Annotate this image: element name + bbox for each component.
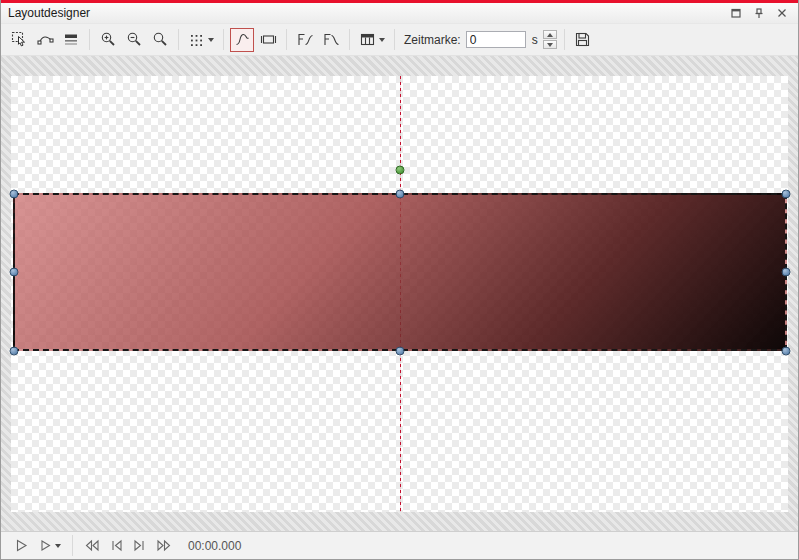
close-icon [777, 8, 787, 18]
transport-separator [72, 535, 73, 556]
layoutdesigner-panel: Layoutdesigner [0, 0, 799, 560]
zoom-in-button[interactable] [96, 28, 120, 52]
next-keyframe-icon [156, 539, 172, 552]
play-icon [14, 538, 29, 553]
layers-button[interactable] [59, 28, 83, 52]
pin-icon [754, 8, 764, 19]
toolbar: Zeitmarke: s [1, 23, 798, 56]
zoom-reset-icon [152, 31, 169, 48]
toolbar-separator [223, 29, 224, 50]
grid-icon [188, 31, 205, 48]
selection-tool-icon [11, 31, 28, 48]
toolbar-separator [349, 29, 350, 50]
grid-menu-button[interactable] [185, 28, 217, 52]
resize-handle-s[interactable] [396, 347, 405, 356]
edit-points-button[interactable] [33, 28, 57, 52]
pin-button[interactable] [750, 5, 768, 21]
zeitmarke-stepper [543, 30, 557, 49]
save-button[interactable] [571, 28, 595, 52]
transport-bar: 00:00.000 [1, 531, 798, 559]
zoom-out-button[interactable] [122, 28, 146, 52]
next-keyframe-button[interactable] [152, 535, 176, 557]
resize-handle-nw[interactable] [10, 190, 19, 199]
toolbar-separator [564, 29, 565, 50]
window-controls [727, 5, 791, 21]
save-icon [574, 31, 591, 48]
chevron-down-icon [379, 38, 385, 42]
layers-icon [63, 31, 80, 48]
motion-path-icon [234, 31, 251, 48]
zeitmarke-label: Zeitmarke: [404, 33, 461, 47]
view-options-icon [359, 31, 376, 48]
camera-frame-icon [260, 31, 277, 48]
toolbar-separator [89, 29, 90, 50]
motion-path-button[interactable] [230, 28, 254, 52]
camera-frame-button[interactable] [256, 28, 280, 52]
resize-handle-se[interactable] [782, 347, 791, 356]
resize-handle-ne[interactable] [782, 190, 791, 199]
titlebar[interactable]: Layoutdesigner [1, 3, 798, 23]
maximize-icon [731, 8, 741, 18]
last-frame-button[interactable] [129, 535, 150, 557]
chevron-down-icon [55, 544, 61, 548]
resize-handle-w[interactable] [10, 268, 19, 277]
last-frame-icon [133, 539, 146, 552]
fade-in-curve-button[interactable] [293, 28, 317, 52]
play-menu-icon [39, 539, 52, 552]
fade-out-curve-button[interactable] [319, 28, 343, 52]
maximize-button[interactable] [727, 5, 745, 21]
fade-out-curve-icon [322, 31, 340, 48]
toolbar-separator [178, 29, 179, 50]
rotation-handle[interactable] [396, 166, 405, 175]
zoom-out-icon [126, 31, 143, 48]
panel-title: Layoutdesigner [8, 6, 90, 20]
first-frame-icon [110, 539, 123, 552]
timecode-display: 00:00.000 [188, 539, 241, 553]
canvas-background [1, 56, 798, 531]
fade-in-curve-icon [296, 31, 314, 48]
stepper-up-button[interactable] [543, 30, 557, 39]
zeitmarke-unit-label: s [532, 33, 538, 47]
view-options-menu-button[interactable] [356, 28, 388, 52]
play-options-button[interactable] [35, 535, 65, 557]
resize-handle-sw[interactable] [10, 347, 19, 356]
first-frame-button[interactable] [106, 535, 127, 557]
prev-keyframe-button[interactable] [80, 535, 104, 557]
zeitmarke-input[interactable] [466, 31, 526, 48]
toolbar-separator [286, 29, 287, 50]
zoom-in-icon [100, 31, 117, 48]
design-canvas[interactable] [11, 76, 788, 512]
chevron-down-icon [208, 38, 214, 42]
spinner-up-icon [547, 33, 553, 37]
resize-handle-e[interactable] [782, 268, 791, 277]
spinner-down-icon [547, 43, 553, 47]
edit-points-icon [37, 31, 54, 48]
stepper-down-button[interactable] [543, 40, 557, 49]
toolbar-separator [394, 29, 395, 50]
selection-tool-button[interactable] [7, 28, 31, 52]
resize-handle-n[interactable] [396, 190, 405, 199]
play-button[interactable] [10, 535, 33, 557]
selected-object[interactable] [13, 193, 787, 351]
zoom-reset-button[interactable] [148, 28, 172, 52]
prev-keyframe-icon [84, 539, 100, 552]
close-button[interactable] [773, 5, 791, 21]
